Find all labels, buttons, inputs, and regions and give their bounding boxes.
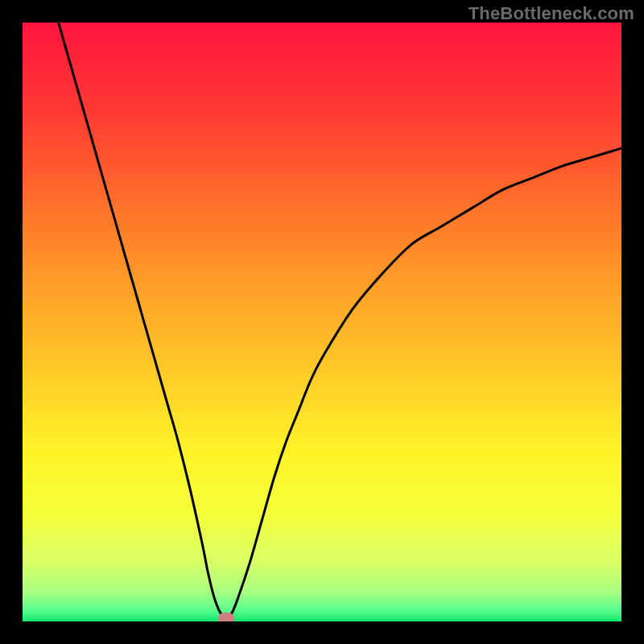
gradient-background: [23, 23, 621, 621]
watermark-text: TheBottleneck.com: [469, 3, 634, 24]
plot-area: [23, 23, 621, 621]
optimal-marker: [218, 613, 234, 621]
chart-stage: TheBottleneck.com: [0, 0, 644, 644]
chart-svg: [23, 23, 621, 621]
